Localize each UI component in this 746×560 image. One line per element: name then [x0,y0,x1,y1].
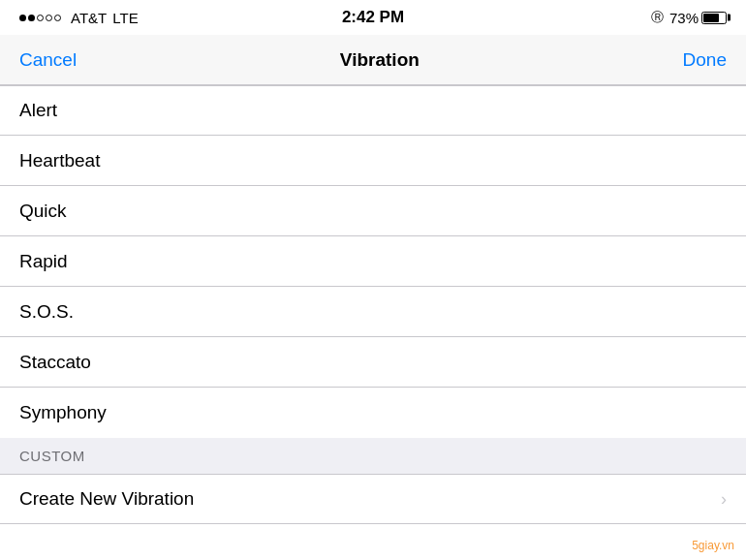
list-item-sos[interactable]: S.O.S. [0,287,746,337]
list-item-label: Create New Vibration [19,488,194,510]
signal-dot-5 [54,15,61,21]
signal-dot-4 [46,15,52,21]
cancel-button[interactable]: Cancel [19,49,77,71]
watermark: 5giay.vn [692,539,734,552]
done-button[interactable]: Done [683,49,727,71]
nav-title: Vibration [340,49,420,71]
status-bar: AT&T LTE 2:42 PM Ⓡ 73% [0,0,746,35]
signal-dot-3 [37,15,44,21]
signal-dot-1 [19,15,26,21]
list-item-staccato[interactable]: Staccato [0,337,746,388]
list-item-label: Alert [19,100,57,121]
list-item-empty[interactable] [0,524,746,560]
list-item-label: Quick [19,201,67,222]
status-left: AT&T LTE [19,10,139,26]
nav-bar: Cancel Vibration Done [0,35,746,85]
battery-container: 73% [669,10,727,26]
custom-list: Create New Vibration › None [0,474,746,560]
lock-icon: Ⓡ [651,9,664,26]
list-item-create-vibration[interactable]: Create New Vibration › [0,474,746,524]
list-item-rapid[interactable]: Rapid [0,236,746,287]
status-right: Ⓡ 73% [651,9,727,26]
standard-list: Alert Heartbeat Quick Rapid S.O.S. Stacc… [0,85,746,438]
list-item-alert[interactable]: Alert [0,85,746,136]
chevron-right-icon: › [721,489,727,510]
custom-section-header: CUSTOM [0,438,746,474]
list-item-heartbeat[interactable]: Heartbeat [0,136,746,186]
list-item-label: Staccato [19,352,91,373]
battery-icon [701,12,727,24]
carrier-label: AT&T [71,10,107,26]
list-item-quick[interactable]: Quick [0,186,746,236]
list-item-label: Heartbeat [19,150,100,171]
list-item-label: Symphony [19,402,107,423]
battery-percent: 73% [669,10,699,26]
list-item-label: Rapid [19,251,68,272]
signal-dots [19,15,61,21]
status-time: 2:42 PM [342,8,404,27]
battery-fill [703,14,719,22]
network-type-label: LTE [112,10,138,26]
list-item-symphony[interactable]: Symphony [0,388,746,438]
signal-dot-2 [28,15,35,21]
list-item-label: S.O.S. [19,301,74,323]
